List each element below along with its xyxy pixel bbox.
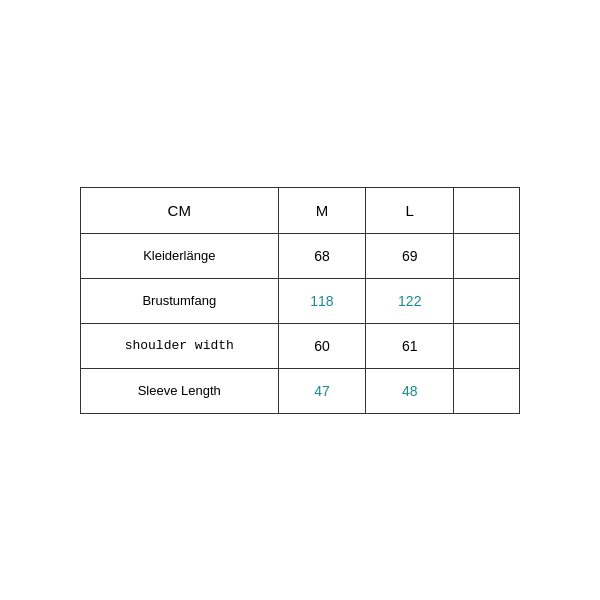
row-label-brustumfang: Brustumfang (81, 278, 279, 323)
header-extra (454, 187, 520, 233)
row-extra-shoulder (454, 323, 520, 368)
row-extra-kleiderlange (454, 233, 520, 278)
header-cm: CM (81, 187, 279, 233)
table-row: Brustumfang 118 122 (81, 278, 520, 323)
table-row: shoulder width 60 61 (81, 323, 520, 368)
row-extra-sleeve (454, 368, 520, 413)
table-row: Sleeve Length 47 48 (81, 368, 520, 413)
row-l-shoulder: 61 (366, 323, 454, 368)
size-chart-container: CM M L Kleiderlänge 68 69 Brustumfang 11… (80, 187, 520, 414)
size-chart-table: CM M L Kleiderlänge 68 69 Brustumfang 11… (80, 187, 520, 414)
row-m-kleiderlange: 68 (278, 233, 366, 278)
row-m-sleeve: 47 (278, 368, 366, 413)
row-label-shoulder: shoulder width (81, 323, 279, 368)
table-row: Kleiderlänge 68 69 (81, 233, 520, 278)
row-l-brustumfang: 122 (366, 278, 454, 323)
row-l-sleeve: 48 (366, 368, 454, 413)
table-header-row: CM M L (81, 187, 520, 233)
header-l: L (366, 187, 454, 233)
row-label-sleeve: Sleeve Length (81, 368, 279, 413)
row-m-brustumfang: 118 (278, 278, 366, 323)
header-m: M (278, 187, 366, 233)
row-l-kleiderlange: 69 (366, 233, 454, 278)
row-extra-brustumfang (454, 278, 520, 323)
row-label-kleiderlange: Kleiderlänge (81, 233, 279, 278)
row-m-shoulder: 60 (278, 323, 366, 368)
